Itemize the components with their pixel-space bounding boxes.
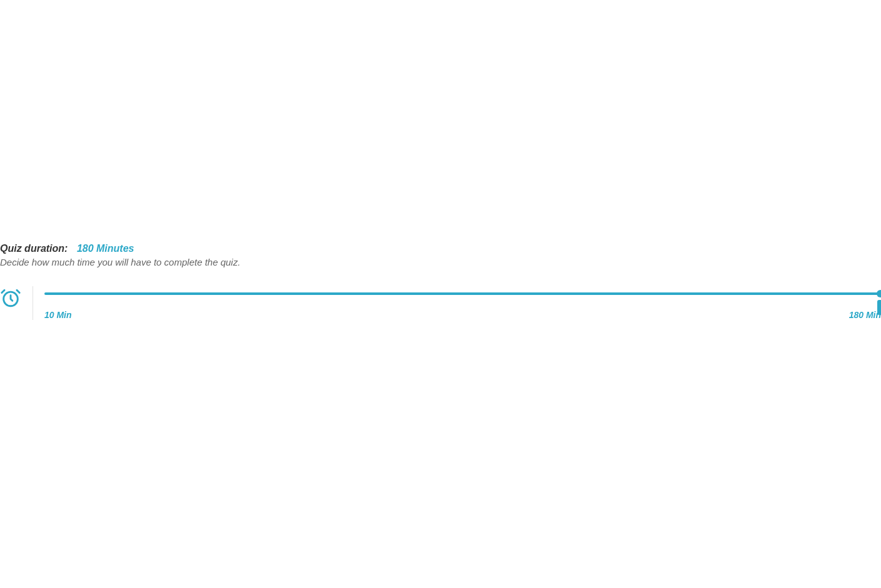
slider-track bbox=[44, 292, 881, 295]
slider-min-label: 10 Min bbox=[44, 310, 72, 320]
alarm-clock-icon bbox=[0, 287, 21, 309]
slider-handle-indicator[interactable] bbox=[877, 300, 881, 315]
duration-header: Quiz duration: 180 Minutes bbox=[0, 243, 881, 254]
slider-labels: 10 Min 180 Min bbox=[44, 310, 881, 320]
duration-value: 180 Minutes bbox=[77, 243, 134, 254]
slider-row: 10 Min 180 Min bbox=[0, 286, 881, 320]
duration-slider[interactable]: 10 Min 180 Min bbox=[44, 286, 881, 320]
duration-description: Decide how much time you will have to co… bbox=[0, 257, 881, 267]
slider-max-label: 180 Min bbox=[849, 310, 881, 320]
clock-icon-wrapper bbox=[0, 286, 33, 320]
slider-thumb[interactable] bbox=[877, 290, 881, 297]
quiz-duration-section: Quiz duration: 180 Minutes Decide how mu… bbox=[0, 243, 881, 320]
duration-label: Quiz duration: bbox=[0, 243, 68, 254]
